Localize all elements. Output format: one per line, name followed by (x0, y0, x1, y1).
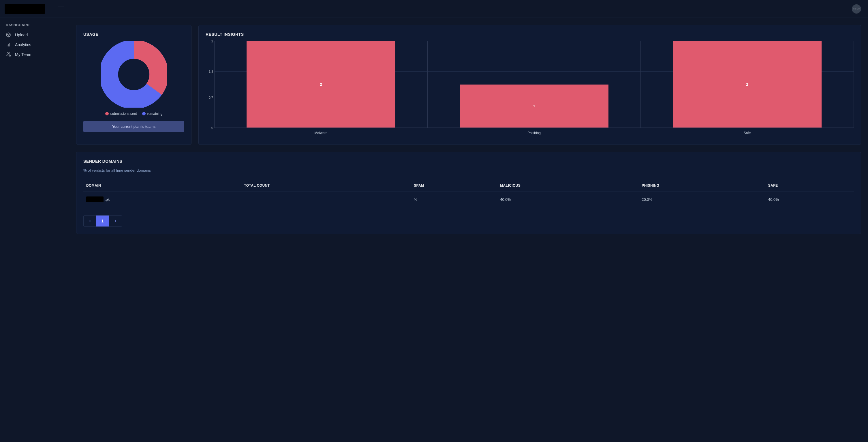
svg-point-3 (7, 53, 9, 54)
svg-point-6 (109, 49, 159, 99)
sidebar-item-upload[interactable]: Upload (0, 30, 69, 40)
bar-col-phishing: 1 Phishing (428, 41, 641, 127)
y-tick: 0.7 (209, 96, 213, 99)
sidebar-item-label: Analytics (15, 42, 31, 47)
y-tick: 1.3 (209, 70, 213, 73)
chevron-right-icon (113, 219, 117, 223)
users-icon (6, 52, 11, 57)
cell-domain: .pk (83, 192, 241, 207)
cell-total (241, 192, 411, 207)
sidebar-item-label: My Team (15, 52, 31, 57)
pagination: 1 (83, 215, 122, 227)
swatch-submissions (105, 112, 109, 115)
topbar: 0 x 30 (69, 0, 868, 18)
bar-chart-icon (6, 42, 11, 47)
col-phishing: PHISHING (639, 179, 765, 192)
insights-bar-chart: 2 1.3 0.7 0 2 Malwa (214, 41, 854, 128)
bar-safe: 2 (673, 41, 822, 127)
sidebar-heading: DASHBOARD (0, 18, 69, 30)
sidebar-item-my-team[interactable]: My Team (0, 50, 69, 59)
avatar[interactable]: 0 x 30 (852, 4, 861, 13)
redacted-domain (86, 197, 103, 202)
usage-legend: submissions sent remaining (83, 112, 184, 116)
bar-value: 1 (533, 104, 535, 108)
chevron-left-icon (88, 219, 92, 223)
legend-remaining: remaining (142, 112, 163, 116)
bar-label: Safe (641, 131, 854, 135)
legend-remaining-label: remaining (147, 112, 163, 116)
sidebar-item-analytics[interactable]: Analytics (0, 40, 69, 50)
y-tick: 2 (211, 39, 213, 43)
sender-domains-subtitle: % of verdicts for all time sender domain… (83, 168, 854, 173)
cell-spam: % (411, 192, 497, 207)
col-domain: DOMAIN (83, 179, 241, 192)
menu-toggle-icon[interactable] (58, 7, 64, 11)
sidebar-top (0, 0, 69, 18)
content: USAGE submissions sent (69, 18, 868, 442)
bar-col-malware: 2 Malware (215, 41, 428, 127)
cell-malicious: 40.0% (497, 192, 639, 207)
domain-suffix: .pk (105, 197, 110, 202)
bar-label: Phishing (428, 131, 641, 135)
plan-text: Your current plan is teams (112, 124, 156, 129)
bar-col-safe: 2 Safe (641, 41, 854, 127)
col-spam: SPAM (411, 179, 497, 192)
legend-submissions-label: submissions sent (111, 112, 137, 116)
col-safe: SAFE (765, 179, 854, 192)
y-tick: 0 (211, 126, 213, 129)
pager-page-button[interactable]: 1 (96, 215, 109, 227)
insights-card: RESULT INSIGHTS 2 1.3 0.7 0 (198, 25, 861, 145)
bar-value: 2 (320, 82, 322, 87)
top-row: USAGE submissions sent (76, 25, 861, 145)
col-total: TOTAL COUNT (241, 179, 411, 192)
pager-page-number: 1 (101, 219, 104, 223)
sender-domains-table: DOMAIN TOTAL COUNT SPAM MALICIOUS PHISHI… (83, 179, 854, 207)
pager-prev-button[interactable] (84, 215, 96, 227)
sender-domains-card: SENDER DOMAINS % of verdicts for all tim… (76, 152, 861, 234)
bar-value: 2 (746, 82, 748, 87)
swatch-remaining (142, 112, 146, 115)
logo (5, 4, 45, 14)
cube-icon (6, 32, 11, 37)
cell-safe: 40.0% (765, 192, 854, 207)
main: 0 x 30 USAGE (69, 0, 868, 442)
legend-submissions: submissions sent (105, 112, 137, 116)
bar-malware: 2 (247, 41, 396, 127)
usage-title: USAGE (83, 32, 184, 37)
sidebar: DASHBOARD Upload Analytics My Team (0, 0, 69, 442)
avatar-placeholder: 0 x 30 (853, 7, 860, 10)
usage-donut-chart (83, 41, 184, 108)
bar-plot: 2 Malware 1 Phishing (214, 41, 854, 128)
pager-next-button[interactable] (109, 215, 122, 227)
table-header-row: DOMAIN TOTAL COUNT SPAM MALICIOUS PHISHI… (83, 179, 854, 192)
sidebar-item-label: Upload (15, 33, 28, 37)
col-malicious: MALICIOUS (497, 179, 639, 192)
y-axis: 2 1.3 0.7 0 (205, 41, 213, 128)
usage-card: USAGE submissions sent (76, 25, 191, 145)
insights-title: RESULT INSIGHTS (206, 32, 854, 37)
app-root: DASHBOARD Upload Analytics My Team 0 x 3… (0, 0, 868, 442)
bar-label: Malware (215, 131, 427, 135)
bar-phishing: 1 (460, 85, 609, 128)
plan-banner[interactable]: Your current plan is teams (83, 121, 184, 132)
sender-domains-title: SENDER DOMAINS (83, 159, 854, 164)
cell-phishing: 20.0% (639, 192, 765, 207)
table-row: .pk % 40.0% 20.0% 40.0% (83, 192, 854, 207)
